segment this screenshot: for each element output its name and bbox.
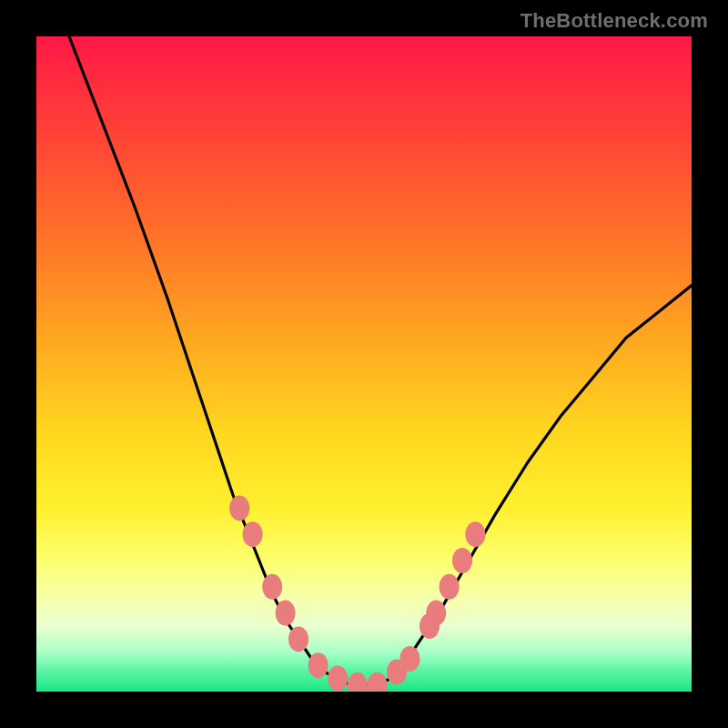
marker-point	[440, 574, 460, 600]
marker-point	[426, 601, 446, 626]
watermark-text: TheBottleneck.com	[521, 9, 708, 33]
plot-area	[36, 36, 692, 692]
marker-point	[328, 666, 348, 692]
marker-point	[308, 652, 329, 678]
marker-point	[243, 521, 263, 547]
marker-point	[452, 548, 472, 573]
marker-point	[465, 521, 485, 547]
marker-point	[399, 646, 420, 672]
marker-point	[262, 574, 282, 600]
gradient-background	[36, 36, 692, 692]
marker-point	[229, 495, 249, 521]
chart-svg	[36, 36, 692, 692]
chart-container: TheBottleneck.com	[0, 0, 728, 728]
marker-point	[288, 626, 308, 652]
marker-point	[276, 601, 296, 626]
